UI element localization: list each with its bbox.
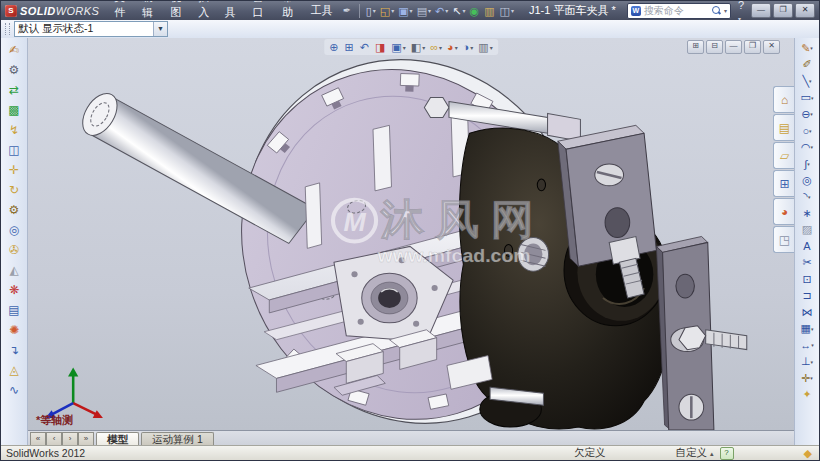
- display-state-combobox[interactable]: 默认 显示状态-1 ▼: [14, 21, 168, 37]
- tab-file-explorer[interactable]: ▱: [773, 142, 795, 169]
- tab-scroll-next-button[interactable]: ›: [62, 432, 78, 446]
- menu-item-window[interactable]: 窗口(W): [246, 1, 276, 20]
- menu-pin-icon[interactable]: ✒: [343, 5, 351, 16]
- sketch-icon[interactable]: ✎▾: [797, 40, 817, 57]
- window-restore-button[interactable]: ❐: [773, 3, 793, 18]
- straight-slot-icon[interactable]: ⊖▾: [797, 106, 817, 123]
- gear-mate-icon[interactable]: ⚙: [4, 200, 24, 220]
- display-style-button[interactable]: ◧▾: [409, 39, 427, 55]
- explode-line-sketch-icon[interactable]: ↴: [4, 340, 24, 360]
- offset-entities-icon[interactable]: ⊐: [797, 288, 817, 305]
- tab-scroll-last-button[interactable]: »: [78, 432, 94, 446]
- linear-sketch-pattern-icon[interactable]: ▦▾: [797, 321, 817, 338]
- insert-components-icon[interactable]: ⚙: [4, 60, 24, 80]
- rotate-component-icon[interactable]: ↻: [4, 180, 24, 200]
- doc-close-button[interactable]: ✕: [763, 40, 780, 54]
- tab-motion-study-1[interactable]: 运动算例 1: [141, 432, 214, 446]
- mate-icon[interactable]: ⇄: [4, 80, 24, 100]
- trim-entities-icon[interactable]: ✂: [797, 255, 817, 272]
- display-relations-icon[interactable]: ⊥▾: [797, 354, 817, 371]
- options-button[interactable]: ◫▾: [498, 3, 516, 19]
- rapid-sketch-icon[interactable]: ✦: [797, 387, 817, 404]
- reference-geometry-icon[interactable]: ◭: [4, 260, 24, 280]
- search-box[interactable]: W 搜索命令 ▾: [627, 3, 731, 19]
- open-button[interactable]: ◱▾: [378, 3, 396, 19]
- curve-icon[interactable]: ∿: [4, 380, 24, 400]
- sketch-fillet-icon[interactable]: ◝▾: [797, 189, 817, 206]
- view-orientation-button[interactable]: ▣▾: [389, 39, 407, 55]
- edit-component-icon[interactable]: ✍: [4, 40, 24, 60]
- tab-model[interactable]: 模型: [96, 432, 139, 446]
- circle-icon[interactable]: ○▾: [797, 123, 817, 140]
- previous-view-button[interactable]: ↶: [358, 39, 372, 55]
- text-tool-icon[interactable]: A: [797, 238, 817, 255]
- model-canvas[interactable]: M 沐 风 网 www.mfcad.com: [28, 38, 794, 430]
- view-settings-button[interactable]: ▥▾: [476, 39, 494, 55]
- tab-view-palette[interactable]: ⊞: [773, 170, 795, 197]
- tag-icon[interactable]: ◆: [804, 447, 812, 460]
- line-icon[interactable]: ╲▾: [797, 73, 817, 90]
- menu-item-view[interactable]: 视图(V): [164, 1, 192, 20]
- show-hidden-components-icon[interactable]: ◎: [4, 220, 24, 240]
- unit-system-selector[interactable]: 自定义 ▴: [676, 446, 714, 460]
- new-document-button[interactable]: ▯▾: [364, 3, 378, 19]
- menu-item-maidi-tools[interactable]: 迈迪工具集: [305, 1, 341, 20]
- menu-item-help[interactable]: 帮助(H): [276, 1, 304, 20]
- interference-detection-icon[interactable]: ◬: [4, 360, 24, 380]
- tab-custom-properties[interactable]: ◳: [773, 226, 795, 253]
- save-button[interactable]: ▣▾: [396, 3, 414, 19]
- zoom-to-area-button[interactable]: ⊞: [342, 39, 356, 55]
- component-preview-window-icon[interactable]: ◫: [4, 140, 24, 160]
- section-view-button[interactable]: ◨: [373, 39, 388, 55]
- doc-restore-button[interactable]: ❐: [744, 40, 761, 54]
- quick-snaps-icon[interactable]: ✛▾: [797, 370, 817, 387]
- tab-solidworks-resources[interactable]: ⌂: [773, 86, 795, 113]
- select-button[interactable]: ↖▾: [450, 3, 467, 19]
- convert-entities-icon[interactable]: ⊡: [797, 271, 817, 288]
- search-icon[interactable]: [712, 6, 721, 15]
- menu-item-tools[interactable]: 工具(T): [219, 1, 247, 20]
- undo-button[interactable]: ↶▾: [433, 3, 450, 19]
- pane-split-button[interactable]: ⊟: [706, 40, 723, 54]
- status-help-icon[interactable]: ?: [720, 447, 734, 460]
- clamp-bar[interactable]: [656, 236, 746, 430]
- linear-component-pattern-icon[interactable]: ▩: [4, 100, 24, 120]
- smart-dimension-icon[interactable]: ✐: [797, 57, 817, 74]
- point-icon[interactable]: ∗: [797, 205, 817, 222]
- mirror-entities-icon[interactable]: ⋈: [797, 304, 817, 321]
- tab-scroll-prev-button[interactable]: ‹: [46, 432, 62, 446]
- assembly-features-icon[interactable]: ✇: [4, 240, 24, 260]
- window-close-button[interactable]: ✕: [795, 3, 815, 18]
- new-motion-study-icon[interactable]: ❋: [4, 280, 24, 300]
- tab-design-library[interactable]: ▤: [773, 114, 795, 141]
- spline-icon[interactable]: ∫▾: [797, 156, 817, 173]
- doc-minimize-button[interactable]: —: [725, 40, 742, 54]
- window-minimize-button[interactable]: —: [751, 3, 771, 18]
- sketch-picture-icon[interactable]: ▨: [797, 222, 817, 239]
- menu-item-insert[interactable]: 插入(I): [192, 1, 218, 20]
- search-input[interactable]: 搜索命令: [644, 4, 709, 18]
- toolbar-grip[interactable]: [5, 23, 10, 35]
- ellipse-icon[interactable]: ◎: [797, 172, 817, 189]
- centerpoint-arc-icon[interactable]: ◠▾: [797, 139, 817, 156]
- edit-appearance-button[interactable]: ◕▾: [445, 39, 460, 55]
- combobox-dropdown-icon[interactable]: ▼: [153, 22, 167, 36]
- zoom-to-fit-button[interactable]: ⊕: [327, 39, 341, 55]
- hide-show-items-button[interactable]: ∞▾: [428, 39, 444, 55]
- tab-scroll-first-button[interactable]: «: [30, 432, 46, 446]
- move-entities-icon[interactable]: ↔▾: [797, 337, 817, 354]
- file-properties-button[interactable]: ▥: [482, 3, 497, 19]
- graphics-area[interactable]: M 沐 风 网 www.mfcad.com: [28, 38, 794, 430]
- menu-item-file[interactable]: 文件(F): [108, 1, 136, 20]
- tab-appearances-scenes[interactable]: ◕: [773, 198, 795, 225]
- exploded-view-icon[interactable]: ✺: [4, 320, 24, 340]
- move-component-icon[interactable]: ✛: [4, 160, 24, 180]
- apply-scene-button[interactable]: ◑▾: [461, 39, 476, 55]
- pane-expand-button[interactable]: ⊞: [687, 40, 704, 54]
- search-dropdown-icon[interactable]: ▾: [724, 7, 727, 14]
- rebuild-button[interactable]: ◉: [468, 3, 483, 19]
- print-button[interactable]: ▤▾: [415, 3, 433, 19]
- menu-item-edit[interactable]: 编辑(E): [136, 1, 164, 20]
- smart-fasteners-icon[interactable]: ↯: [4, 120, 24, 140]
- corner-rectangle-icon[interactable]: ▭▾: [797, 90, 817, 107]
